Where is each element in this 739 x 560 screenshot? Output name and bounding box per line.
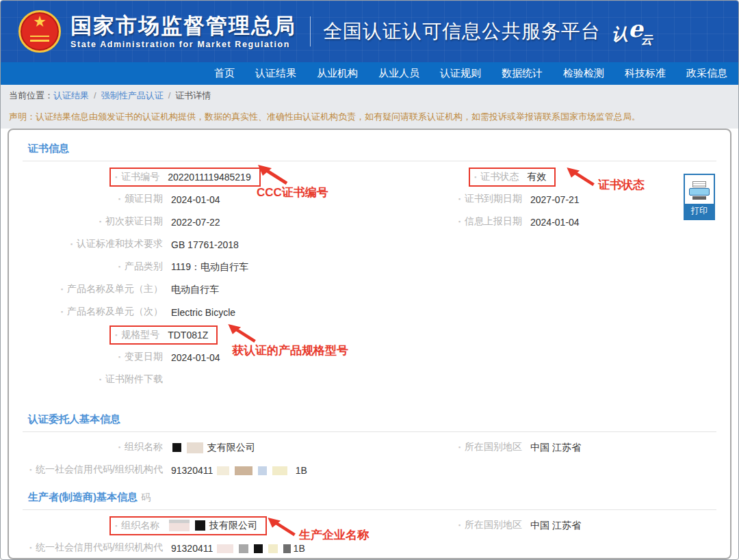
field-label: 初次获证日期	[99, 215, 163, 226]
breadcrumb-band: 当前位置：认证结果/强制性产品认证/证书详情 声明：认证结果信息由颁发证书的认证…	[1, 85, 738, 129]
section-applicant-info: 认证委托人基本信息 组织名称 支有限公司 统一社会信用代码/组织机构代 9132…	[23, 409, 716, 481]
redaction-block	[187, 442, 203, 453]
highlight-box-cert-no: 证书编号 2022011119485219	[109, 168, 261, 187]
nav-item-rules[interactable]: 认证规则	[440, 67, 481, 80]
field-value: GB 17761-2018	[171, 239, 239, 250]
field-row-model: 规格型号 TDT081Z 获认证的产品规格型号	[23, 323, 423, 346]
redaction-block	[254, 544, 263, 553]
field-row-applicant-org: 组织名称 支有限公司	[23, 436, 423, 459]
breadcrumb-link-cert-results[interactable]: 认证结果	[53, 90, 89, 101]
field-value-cert-no: 2022011119485219	[168, 172, 250, 183]
field-row-attachment: 证书附件下载	[23, 369, 423, 391]
field-value: Electric Bicycle	[171, 307, 235, 318]
field-value: 2027-07-21	[530, 194, 580, 205]
platform-title: 全国认证认可信息公共服务平台	[323, 18, 601, 44]
nav-item-personnel[interactable]: 从业人员	[378, 67, 419, 80]
redaction-block	[258, 466, 267, 475]
nav-item-institutions[interactable]: 从业机构	[317, 67, 358, 80]
field-value-manufacturer-credit-code: 91320411 1B	[171, 543, 305, 554]
field-label: 颁证日期	[118, 193, 163, 204]
section-title: 生产者(制造商)基本信息 码	[23, 487, 716, 509]
field-row-product-main: 产品名称及单元（主） 电动自行车	[23, 278, 423, 301]
nav-item-procurement[interactable]: 政采信息	[686, 67, 727, 80]
agency-title-block: 国家市场监督管理总局 State Administration for Mark…	[70, 14, 296, 49]
breadcrumb-separator: /	[94, 90, 96, 101]
nav-item-cert-results[interactable]: 认证结果	[255, 67, 296, 80]
redaction-block	[235, 466, 252, 475]
field-label: 证书到期日期	[458, 193, 522, 204]
nav-item-standards[interactable]: 科技标准	[625, 67, 666, 80]
highlight-box-status: 证书状态 有效	[469, 168, 556, 187]
section-title: 证书信息	[23, 138, 716, 161]
field-value-model: TDT081Z	[168, 330, 208, 341]
arrow-up-left-icon	[257, 164, 288, 185]
redaction-block	[283, 544, 291, 553]
redaction-block	[217, 466, 229, 475]
section-certificate-info: 证书信息 证书编号 2022011119485219 CCC证书编号 颁证日期 …	[23, 138, 716, 391]
field-label: 组织名称	[115, 520, 159, 532]
field-label: 产品类别	[118, 261, 163, 271]
field-label: 产品名称及单元（主）	[61, 283, 163, 294]
field-row-manufacturer-region: 所在国别地区 中国 江苏省	[423, 514, 716, 537]
field-row-applicant-region: 所在国别地区 中国 江苏省	[423, 436, 716, 459]
field-label: 变更日期	[118, 351, 163, 362]
disclaimer-text: 声明：认证结果信息由颁发证书的认证机构提供，数据的真实性、准确性由认证机构负责，…	[9, 107, 730, 129]
field-row-status: 证书状态 有效 证书状态	[423, 165, 716, 188]
field-value: 电动自行车	[171, 284, 219, 296]
field-label: 信息上报日期	[458, 215, 522, 226]
field-row-report-date: 信息上报日期 2024-01-04	[423, 211, 716, 233]
field-row-cert-no: 证书编号 2022011119485219 CCC证书编号	[23, 165, 423, 188]
redaction-block	[239, 544, 248, 553]
header-divider	[310, 16, 311, 46]
field-label: 所在国别地区	[458, 441, 522, 452]
section-title: 认证委托人基本信息	[23, 409, 716, 431]
site-header: ★ 国家市场监督管理总局 State Administration for Ma…	[1, 1, 738, 62]
field-value: 2024-01-04	[530, 217, 580, 228]
section-divider	[23, 509, 716, 510]
field-row-change-date: 变更日期 2024-01-04	[23, 346, 423, 369]
field-label: 所在国别地区	[458, 519, 522, 530]
nav-item-statistics[interactable]: 数据统计	[502, 67, 543, 80]
national-emblem-icon: ★	[18, 10, 61, 53]
field-label: 统一社会信用代码/组织机构代	[29, 464, 163, 475]
redaction-block	[172, 443, 181, 452]
redaction-block	[272, 466, 287, 475]
nav-item-home[interactable]: 首页	[214, 67, 235, 80]
field-value-status: 有效	[527, 171, 546, 183]
field-label: 组织名称	[118, 441, 163, 452]
redaction-block	[169, 520, 190, 531]
field-row-category: 产品类别 1119：电动自行车	[23, 256, 423, 278]
main-nav: 首页 认证结果 从业机构 从业人员 认证规则 数据统计 检验检测 科技标准 政采…	[1, 62, 738, 85]
field-value-applicant-org: 支有限公司	[171, 442, 255, 454]
field-value: 2024-01-04	[171, 194, 220, 205]
breadcrumb-current: 证书详情	[175, 90, 211, 101]
breadcrumb-link-ccc[interactable]: 强制性产品认证	[101, 90, 164, 101]
field-label: 规格型号	[115, 329, 159, 341]
field-row-standard: 认证标准和技术要求 GB 17761-2018	[23, 233, 423, 256]
field-row-product-secondary: 产品名称及单元（次） Electric Bicycle	[23, 301, 423, 323]
field-value: 中国 江苏省	[530, 442, 581, 454]
arrow-up-left-icon	[565, 167, 595, 186]
nav-item-inspection[interactable]: 检验检测	[563, 67, 604, 80]
breadcrumb-separator: /	[168, 90, 171, 101]
field-value: 2022-07-22	[171, 217, 220, 228]
field-row-applicant-credit-code: 统一社会信用代码/组织机构代 91320411 1B	[23, 459, 423, 481]
section-divider	[23, 431, 716, 432]
highlight-box-model: 规格型号 TDT081Z	[109, 325, 218, 345]
field-value: 2024-01-04	[171, 352, 220, 363]
field-label: 证书附件下载	[99, 373, 163, 384]
redaction-block	[217, 544, 233, 553]
field-label: 认证标准和技术要求	[70, 238, 163, 249]
ren-e-yun-logo-icon: 认e云	[612, 18, 655, 45]
section-divider	[23, 161, 716, 161]
field-value: 中国 江苏省	[530, 520, 581, 532]
arrow-up-left-icon	[226, 323, 257, 343]
redaction-block	[195, 520, 205, 531]
field-label: 统一社会信用代码/组织机构代	[29, 542, 163, 552]
breadcrumb: 当前位置：认证结果/强制性产品认证/证书详情	[9, 85, 730, 107]
certificate-detail-panel: 打印 证书信息 证书编号 2022011119485219 CCC证书编号	[8, 129, 731, 559]
field-label: 证书编号	[115, 171, 159, 183]
agency-name-cn: 国家市场监督管理总局	[70, 14, 296, 38]
agency-name-en: State Administration for Market Regulati…	[70, 40, 296, 49]
arrow-up-left-icon	[266, 517, 296, 536]
